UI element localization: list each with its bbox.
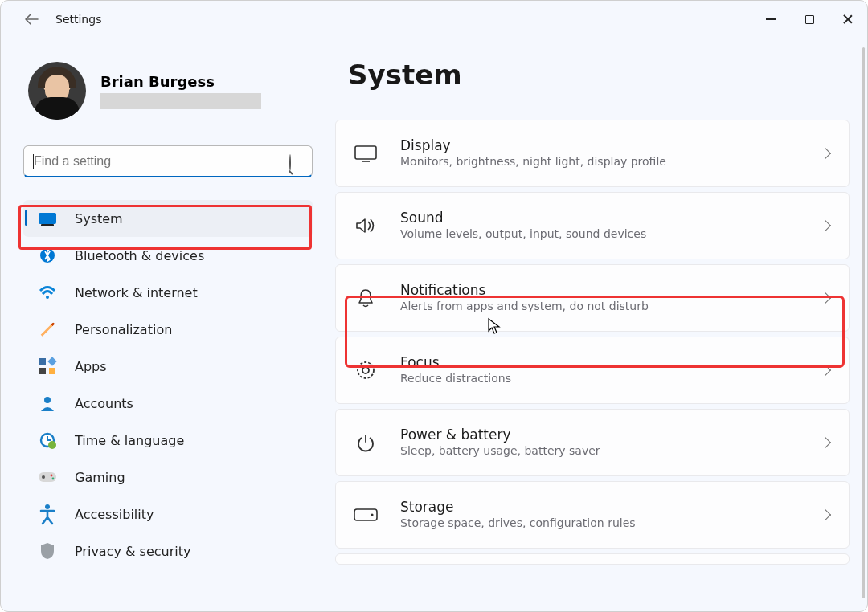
card-desc: Alerts from apps and system, do not dist… xyxy=(400,299,797,315)
scrollbar[interactable] xyxy=(862,47,865,598)
sidebar-item-label: Time & language xyxy=(75,433,184,448)
card-power[interactable]: Power & battery Sleep, battery usage, ba… xyxy=(335,409,850,476)
system-icon xyxy=(38,209,57,228)
apps-icon xyxy=(38,357,57,376)
sidebar-item-label: Apps xyxy=(75,359,107,374)
svg-point-11 xyxy=(358,362,374,378)
card-notifications[interactable]: Notifications Alerts from apps and syste… xyxy=(335,264,850,332)
bluetooth-icon xyxy=(38,246,57,265)
sidebar-item-accounts[interactable]: Accounts xyxy=(23,385,313,422)
sidebar-item-label: Bluetooth & devices xyxy=(75,248,204,263)
paintbrush-icon xyxy=(38,320,57,339)
sidebar-item-accessibility[interactable]: Accessibility xyxy=(23,496,313,532)
user-name: Brian Burgess xyxy=(100,73,261,90)
svg-rect-5 xyxy=(39,472,56,482)
sidebar-item-label: System xyxy=(75,211,123,226)
card-title: Power & battery xyxy=(400,426,797,443)
sidebar-item-personalization[interactable]: Personalization xyxy=(23,311,313,348)
chevron-right-icon xyxy=(820,220,831,231)
svg-point-9 xyxy=(45,504,50,509)
gamepad-icon xyxy=(38,467,57,487)
card-desc: Monitors, brightness, night light, displ… xyxy=(400,154,797,170)
sidebar-item-apps[interactable]: Apps xyxy=(23,348,313,385)
chevron-right-icon xyxy=(820,148,831,159)
focus-icon xyxy=(355,360,376,381)
window-minimize-button[interactable] xyxy=(751,1,790,38)
chevron-right-icon xyxy=(820,292,831,304)
card-title: Notifications xyxy=(400,281,797,299)
search-icon xyxy=(289,155,302,168)
sidebar-item-label: Gaming xyxy=(75,470,125,485)
search-field[interactable] xyxy=(34,154,289,169)
card-desc: Storage space, drives, configuration rul… xyxy=(400,516,797,532)
user-email-redacted xyxy=(100,93,261,109)
card-display[interactable]: Display Monitors, brightness, night ligh… xyxy=(335,120,850,187)
sidebar-item-label: Network & internet xyxy=(75,285,198,300)
chevron-right-icon xyxy=(820,365,831,376)
window-close-button[interactable] xyxy=(829,1,867,38)
card-cutoff xyxy=(335,553,850,565)
chevron-right-icon xyxy=(820,509,831,520)
card-focus[interactable]: Focus Reduce distractions xyxy=(335,337,850,404)
card-storage[interactable]: Storage Storage space, drives, configura… xyxy=(335,481,850,549)
svg-rect-10 xyxy=(355,146,376,159)
card-sound[interactable]: Sound Volume levels, output, input, soun… xyxy=(335,192,850,259)
app-title: Settings xyxy=(55,13,101,26)
svg-point-8 xyxy=(52,478,55,480)
sidebar-item-network[interactable]: Network & internet xyxy=(23,274,313,311)
card-title: Display xyxy=(400,137,797,154)
wifi-icon xyxy=(38,283,57,302)
bell-icon xyxy=(355,288,376,308)
page-title: System xyxy=(348,59,850,91)
svg-point-14 xyxy=(371,513,373,516)
svg-point-4 xyxy=(48,441,56,449)
card-desc: Volume levels, output, input, sound devi… xyxy=(400,226,797,243)
sidebar-item-gaming[interactable]: Gaming xyxy=(23,459,313,496)
back-button[interactable] xyxy=(20,8,43,31)
sidebar-item-system[interactable]: System xyxy=(23,200,313,237)
card-title: Sound xyxy=(400,209,797,226)
shield-icon xyxy=(38,541,57,561)
card-title: Storage xyxy=(400,498,797,516)
sound-icon xyxy=(355,215,376,236)
sidebar-item-privacy[interactable]: Privacy & security xyxy=(23,532,313,569)
accounts-icon xyxy=(38,394,57,413)
accessibility-icon xyxy=(38,504,57,524)
sidebar-item-label: Accessibility xyxy=(75,507,154,522)
card-title: Focus xyxy=(400,353,797,371)
sidebar-item-label: Privacy & security xyxy=(75,544,190,559)
display-icon xyxy=(355,143,376,164)
sidebar-item-bluetooth[interactable]: Bluetooth & devices xyxy=(23,237,313,274)
svg-point-7 xyxy=(51,475,53,477)
svg-point-6 xyxy=(42,475,45,479)
sidebar-item-label: Personalization xyxy=(75,322,172,337)
sidebar-item-label: Accounts xyxy=(75,396,133,411)
chevron-right-icon xyxy=(820,437,831,448)
svg-point-1 xyxy=(46,296,49,299)
clock-globe-icon xyxy=(38,430,57,450)
power-icon xyxy=(355,432,376,453)
svg-rect-13 xyxy=(354,509,377,520)
card-desc: Sleep, battery usage, battery saver xyxy=(400,443,797,459)
svg-point-12 xyxy=(362,367,369,373)
sidebar-item-time[interactable]: Time & language xyxy=(23,422,313,459)
svg-point-2 xyxy=(44,397,51,403)
search-input[interactable] xyxy=(23,145,313,177)
avatar[interactable] xyxy=(28,62,86,120)
card-desc: Reduce distractions xyxy=(400,371,797,387)
storage-icon xyxy=(355,504,376,525)
window-maximize-button[interactable] xyxy=(790,1,829,38)
